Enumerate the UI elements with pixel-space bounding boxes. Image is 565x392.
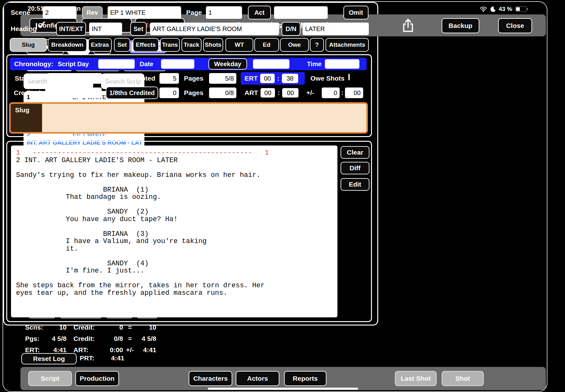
stat-value: 0:00 xyxy=(94,346,123,354)
backup-button[interactable]: Backup xyxy=(442,18,479,33)
time-input[interactable] xyxy=(325,59,359,69)
tab-shots[interactable]: Shots xyxy=(203,38,223,52)
characters-button[interactable]: Characters xyxy=(189,371,232,386)
weekday-button[interactable]: Weekday xyxy=(208,58,247,70)
stat-value: 4 5/8 xyxy=(137,335,156,342)
ert-hours-input[interactable] xyxy=(260,74,275,83)
tab-extras[interactable]: Extras xyxy=(88,38,112,52)
plus-minus-label: +/- xyxy=(306,87,314,99)
tab-ed[interactable]: Ed xyxy=(254,38,279,52)
close-button[interactable]: Close xyxy=(498,18,532,33)
ipad-screen: 20:51 Tue 28 Jan 43 % Configure Timecode… xyxy=(3,1,547,392)
var-hours-input[interactable] xyxy=(322,87,340,98)
art-minutes-input[interactable] xyxy=(282,88,299,98)
owe-shots-label: Owe Shots xyxy=(310,72,345,85)
started-label: Started xyxy=(15,72,37,85)
act-button[interactable]: Act xyxy=(248,6,271,19)
shot-button[interactable]: Shot xyxy=(442,371,484,386)
rev-button[interactable]: Rev xyxy=(82,6,103,19)
stat-label: Credit: xyxy=(67,335,94,342)
tab-help[interactable]: ? xyxy=(310,38,324,52)
eighths-credited-button[interactable]: 1/8ths Credited xyxy=(106,87,158,99)
chronology-bar: Chronology: Script Day Date Weekday Time xyxy=(10,58,367,70)
diff-button[interactable]: Diff xyxy=(341,162,369,174)
detail-tabs: Slug Breakdown Extras Set Effects Trans … xyxy=(3,38,376,52)
tab-track[interactable]: Track xyxy=(181,38,202,52)
tab-breakdown[interactable]: Breakdown xyxy=(48,38,87,52)
set-button[interactable]: Set xyxy=(130,22,147,36)
script-page-line: 1 --------------------------------------… xyxy=(16,149,337,157)
actors-button[interactable]: Actors xyxy=(236,371,279,386)
details-panel: Chronology: Script Day Date Weekday Time… xyxy=(6,54,372,137)
dn-button[interactable]: D/N xyxy=(282,22,300,36)
set-input[interactable] xyxy=(150,23,279,35)
credited-input[interactable] xyxy=(45,87,102,98)
edit-button[interactable]: Edit xyxy=(341,178,369,191)
scene-detail-panel: Scene Rev Page Act Omit Heading INT/EXT … xyxy=(3,2,378,326)
wifi-icon xyxy=(480,7,487,12)
art-group: ART : xyxy=(241,87,305,99)
script-day-input[interactable] xyxy=(98,59,135,69)
stat-value: 4:41 xyxy=(137,346,156,354)
scene-label: Scene xyxy=(11,6,30,19)
share-icon[interactable] xyxy=(401,18,415,33)
tab-effects[interactable]: Effects xyxy=(133,38,159,52)
production-button[interactable]: Production xyxy=(75,371,119,386)
clear-button[interactable]: Clear xyxy=(341,146,369,159)
slug-label: Slug xyxy=(11,104,42,132)
status-bar-right: 43 % xyxy=(480,6,527,13)
stat-value: 4 5/8 xyxy=(45,335,67,342)
int-ext-button[interactable]: INT/EXT xyxy=(56,22,86,36)
owe-shots-checkbox[interactable] xyxy=(348,74,350,80)
script-text: 2 INT. ART GALLERY LADIE'S ROOM - LATER … xyxy=(16,157,337,297)
int-ext-input[interactable] xyxy=(89,23,122,35)
reports-button[interactable]: Reports xyxy=(284,371,326,386)
pages-credited-label: Pages xyxy=(184,87,203,99)
heading-checkbox[interactable] xyxy=(36,23,37,29)
colon-separator: : xyxy=(277,89,280,97)
pages-credited-input[interactable] xyxy=(209,87,236,98)
page-number-input[interactable] xyxy=(206,6,242,19)
colon-separator: : xyxy=(341,87,343,99)
tab-attachments[interactable]: Attachments xyxy=(326,38,369,52)
tab-owe[interactable]: Owe xyxy=(280,38,309,52)
eighths-scripted-input[interactable] xyxy=(159,73,179,84)
var-minutes-input[interactable] xyxy=(345,87,363,98)
pages-scripted-label: Pages xyxy=(184,72,203,85)
script-day-label: Script Day xyxy=(58,58,89,70)
stat-value: 4:41 xyxy=(45,346,67,354)
tab-set[interactable]: Set xyxy=(114,38,130,52)
ert-minutes-input[interactable] xyxy=(282,74,298,83)
pages-scripted-input[interactable] xyxy=(209,73,236,84)
last-shot-button[interactable]: Last Shot xyxy=(395,371,437,386)
tab-slug[interactable]: Slug xyxy=(10,38,47,52)
colon-separator: : xyxy=(277,75,279,82)
stat-operator: = xyxy=(123,324,137,331)
eighths-credited-input[interactable] xyxy=(159,87,179,98)
slug-panel: Slug xyxy=(9,102,368,134)
dn-input[interactable] xyxy=(303,23,369,35)
home-indicator[interactable] xyxy=(208,388,358,390)
moon-icon xyxy=(490,6,496,12)
omit-button[interactable]: Omit xyxy=(343,6,369,19)
date-input[interactable] xyxy=(161,59,194,69)
tab-wt[interactable]: WT xyxy=(225,38,253,52)
heading-label: Heading xyxy=(11,22,37,36)
revision-name-input[interactable] xyxy=(108,6,181,19)
art-hours-input[interactable] xyxy=(261,88,275,98)
tab-trans[interactable]: Trans xyxy=(160,38,180,52)
credited-label: Credited xyxy=(14,87,40,99)
reset-log-button[interactable]: Reset Log xyxy=(21,353,77,364)
production-stats: Scns: 10 Credit: 0 = 10 Pgs: 4 5/8 Credi… xyxy=(25,324,157,354)
chronology-label: Chronology: xyxy=(14,58,53,70)
stat-value: 10 xyxy=(137,324,156,331)
started-input[interactable] xyxy=(47,73,102,84)
slug-content[interactable] xyxy=(42,104,366,132)
stat-label: ART: xyxy=(67,346,94,354)
credited-row: Credited 1/8ths Credited Pages ART : +/-… xyxy=(7,87,371,99)
started-row: Started 1/8ths Scripted Pages ERT : Owe … xyxy=(7,72,371,85)
act-input[interactable] xyxy=(274,6,328,19)
scene-number-input[interactable] xyxy=(43,6,77,19)
weekday-input[interactable] xyxy=(253,59,289,69)
script-button[interactable]: Script xyxy=(28,371,72,386)
